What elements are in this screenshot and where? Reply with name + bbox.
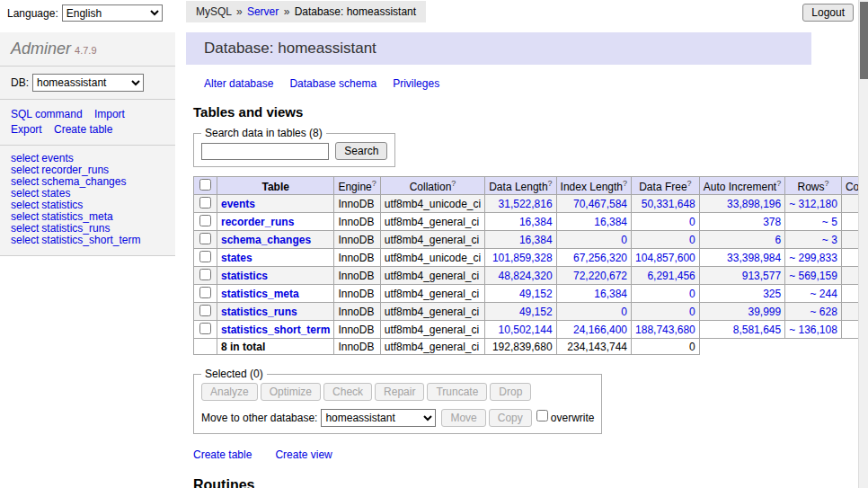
help-link[interactable]: ? (623, 179, 627, 188)
table-link[interactable]: schema_changes (41, 175, 126, 188)
vertical-scrollbar[interactable] (858, 0, 868, 488)
table-link[interactable]: statistics (41, 199, 83, 211)
index-length-link[interactable]: 72,220,672 (573, 270, 627, 282)
select-link[interactable]: select (11, 175, 39, 188)
selected-action-button[interactable]: Optimize (261, 383, 321, 401)
rows-link[interactable]: ~ 3 (822, 234, 837, 246)
table-link[interactable]: recorder_runs (41, 164, 109, 176)
table-name-link[interactable]: statistics_short_term (221, 324, 330, 336)
help-link[interactable]: ? (687, 179, 692, 188)
index-length-link[interactable]: 16,384 (594, 216, 627, 228)
select-link[interactable]: select (11, 199, 39, 211)
auto-increment-link[interactable]: 33,898,196 (727, 198, 781, 210)
table-name-link[interactable]: schema_changes (221, 234, 311, 246)
rows-link[interactable]: ~ 5 (822, 216, 837, 228)
table-name-link[interactable]: events (221, 198, 255, 210)
data-length-link[interactable]: 16,384 (519, 234, 553, 246)
index-length-link[interactable]: 0 (621, 234, 627, 246)
db-select[interactable]: homeassistant (32, 74, 144, 92)
select-link[interactable]: select (11, 187, 39, 200)
search-button[interactable]: Search (335, 142, 387, 160)
data-length-link[interactable]: 49,152 (519, 306, 553, 318)
index-length-link[interactable]: 67,256,320 (573, 252, 627, 264)
db-action-link[interactable]: Database schema (289, 77, 376, 90)
selected-action-button[interactable]: Analyze (201, 383, 258, 401)
move-button[interactable]: Move (441, 409, 485, 427)
select-link[interactable]: select (11, 234, 39, 246)
breadcrumb-mysql-link[interactable]: MySQL (196, 5, 232, 18)
select-all-checkbox[interactable] (199, 179, 211, 191)
rows-link[interactable]: ~ 136,108 (789, 324, 837, 336)
selected-action-button[interactable]: Repair (375, 383, 424, 401)
select-link[interactable]: select (11, 164, 39, 176)
data-free-link[interactable]: 188,743,680 (635, 324, 695, 336)
data-free-link[interactable]: 6,291,456 (647, 270, 695, 282)
rows-link[interactable]: ~ 299,833 (789, 252, 837, 264)
row-checkbox[interactable] (199, 233, 211, 244)
sidebar-action-link[interactable]: SQL command (11, 108, 83, 120)
table-link[interactable]: states (41, 187, 70, 200)
rows-link[interactable]: ~ 244 (810, 288, 837, 300)
selected-action-button[interactable]: Check (323, 383, 372, 401)
row-checkbox[interactable] (199, 197, 211, 209)
auto-increment-link[interactable]: 8,581,645 (733, 324, 781, 336)
help-link[interactable]: ? (776, 179, 781, 188)
row-checkbox[interactable] (199, 305, 211, 316)
help-link[interactable]: ? (548, 179, 553, 188)
sidebar-action-link[interactable]: Create table (54, 123, 112, 136)
data-length-link[interactable]: 10,502,144 (499, 324, 553, 336)
table-name-link[interactable]: recorder_runs (221, 216, 294, 228)
data-length-link[interactable]: 101,859,328 (492, 252, 553, 264)
auto-increment-link[interactable]: 39,999 (748, 306, 781, 318)
row-checkbox[interactable] (199, 323, 211, 334)
data-free-link[interactable]: 0 (689, 288, 695, 300)
db-action-link[interactable]: Privileges (393, 77, 439, 90)
index-length-link[interactable]: 24,166,400 (573, 324, 627, 336)
data-length-link[interactable]: 48,824,320 (499, 270, 553, 282)
help-link[interactable]: ? (372, 179, 376, 188)
data-length-link[interactable]: 31,522,816 (499, 198, 553, 210)
select-link[interactable]: select (11, 210, 39, 223)
overwrite-checkbox[interactable] (536, 410, 548, 421)
scrollbar-thumb[interactable] (860, 2, 868, 79)
table-link[interactable]: statistics_short_term (41, 234, 140, 246)
index-length-link[interactable]: 16,384 (594, 288, 627, 300)
rows-link[interactable]: ~ 312,180 (789, 198, 837, 210)
table-name-link[interactable]: statistics (221, 270, 268, 282)
row-checkbox[interactable] (199, 251, 211, 262)
rows-link[interactable]: ~ 569,159 (789, 270, 837, 282)
create-link[interactable]: Create table (193, 448, 252, 461)
data-length-link[interactable]: 49,152 (519, 288, 553, 300)
db-action-link[interactable]: Alter database (204, 77, 273, 90)
auto-increment-link[interactable]: 325 (763, 288, 781, 300)
row-checkbox[interactable] (199, 215, 211, 226)
auto-increment-link[interactable]: 6 (775, 234, 781, 246)
language-select[interactable]: English (62, 4, 163, 22)
data-free-link[interactable]: 104,857,600 (635, 252, 695, 264)
row-checkbox[interactable] (199, 287, 211, 298)
selected-action-button[interactable]: Truncate (427, 383, 487, 401)
table-link[interactable]: statistics_runs (41, 222, 110, 235)
help-link[interactable]: ? (451, 179, 456, 188)
auto-increment-link[interactable]: 378 (763, 216, 781, 228)
select-link[interactable]: select (11, 152, 39, 164)
index-length-link[interactable]: 70,467,584 (573, 198, 627, 210)
help-link[interactable]: ? (825, 179, 829, 188)
data-length-link[interactable]: 16,384 (519, 216, 553, 228)
breadcrumb-server-link[interactable]: Server (247, 5, 279, 18)
table-link[interactable]: statistics_meta (41, 210, 112, 223)
table-name-link[interactable]: states (221, 252, 252, 264)
sidebar-action-link[interactable]: Import (94, 108, 125, 120)
sidebar-action-link[interactable]: Export (11, 123, 42, 136)
selected-action-button[interactable]: Drop (490, 383, 531, 401)
data-free-link[interactable]: 0 (689, 306, 695, 318)
table-link[interactable]: events (41, 152, 73, 164)
move-db-select[interactable]: homeassistant (321, 409, 436, 427)
auto-increment-link[interactable]: 33,398,984 (727, 252, 781, 264)
search-input[interactable] (201, 143, 329, 160)
data-free-link[interactable]: 0 (689, 216, 695, 228)
rows-link[interactable]: ~ 628 (810, 306, 837, 318)
auto-increment-link[interactable]: 913,577 (742, 270, 781, 282)
data-free-link[interactable]: 0 (689, 234, 695, 246)
index-length-link[interactable]: 0 (621, 306, 627, 318)
